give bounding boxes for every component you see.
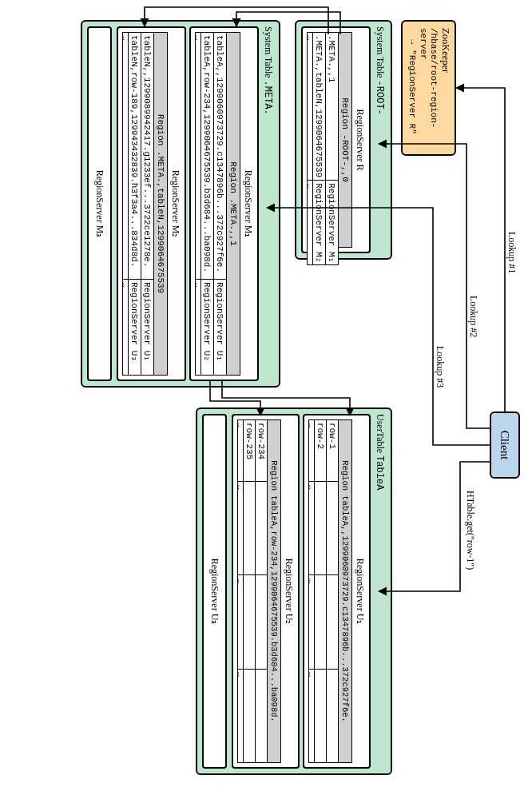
label-lookup1: Lookup #1 xyxy=(506,232,518,273)
cell: .META.,tableN,1299064675539 xyxy=(313,33,326,181)
user-rs2-name: RegionServer U₂ xyxy=(283,419,295,763)
cell: RegionServer U₁ xyxy=(214,279,227,375)
root-table: System Table -ROOT- RegionServer R Regio… xyxy=(295,20,392,260)
user-rs1-region: Region tableA,,1299060973729.c1347896b..… xyxy=(339,419,352,763)
user-rs3: RegionServer U₃ xyxy=(202,414,227,769)
cell: row-2 xyxy=(315,420,327,482)
cell xyxy=(327,482,339,575)
cell xyxy=(327,669,339,762)
label-lookup3: Lookup #3 xyxy=(434,346,446,388)
cell xyxy=(327,575,339,669)
cell: .META.,,1 xyxy=(326,33,339,181)
client-label: Client xyxy=(498,431,511,460)
user-rs1-rows: row-1 row-2 ………… xyxy=(308,419,339,763)
cell: row-234 xyxy=(256,420,268,482)
meta-rs3: RegionServer M₃ xyxy=(87,26,112,381)
user-rs1-name: RegionServer U₁ xyxy=(354,419,366,763)
cell: tableA,row-234,1299064675539.b3d684...ba… xyxy=(201,33,214,280)
meta-rs1-name: RegionServer M₁ xyxy=(242,32,254,376)
meta-rs2-name: RegionServer M₂ xyxy=(169,32,181,376)
cell: tableA,,1299060973729.c1347896b...372c92… xyxy=(214,33,227,280)
meta-rs2-rows: tableN,,1299089942417.g1233ef...3722ce12… xyxy=(122,32,154,376)
cell: row-235 xyxy=(244,420,256,482)
user-rs2: RegionServer U₂ Region tableA,row-234,12… xyxy=(232,414,300,769)
root-rows: .META.,,1RegionServer M₁ .META.,tableN,1… xyxy=(307,32,339,265)
cell xyxy=(256,575,268,669)
meta-rs1-region: Region .META.,,1 xyxy=(227,32,240,376)
root-regionserver: RegionServer R Region -ROOT-,,0 .META.,,… xyxy=(301,26,371,253)
user-rs1: RegionServer U₁ Region tableA,,129906097… xyxy=(303,414,371,769)
cell: row-1 xyxy=(327,420,339,482)
user-table: UserTable TableA RegionServer U₁ Region … xyxy=(196,407,392,775)
client-box: Client xyxy=(490,411,520,479)
diagram-stage: ZooKeeper /hbase/root-region-server → "R… xyxy=(0,0,532,799)
zookeeper-path: /hbase/root-region-server xyxy=(417,28,439,148)
cell: tableN,,1299089942417.g1233ef...3722ce12… xyxy=(141,33,154,280)
cell xyxy=(256,482,268,575)
meta-title: System Table .META. xyxy=(263,26,274,115)
root-rs-name: RegionServer R xyxy=(354,32,366,248)
cell: RegionServer U₃ xyxy=(129,279,141,375)
cell: RegionServer U₂ xyxy=(201,279,214,375)
cell: RegionServer M₁ xyxy=(326,181,339,265)
user-rs2-rows: row-234 row-235 ………… xyxy=(237,419,268,763)
user-title: UserTable TableA xyxy=(375,414,386,490)
user-rs2-region: Region tableA,row-234,1299064675539.b3d6… xyxy=(268,419,281,763)
meta-rs2: RegionServer M₂ Region .META.,tableN,129… xyxy=(117,26,186,381)
root-title: System Table -ROOT- xyxy=(375,26,386,115)
meta-rs1: RegionServer M₁ Region .META.,,1 tableA,… xyxy=(189,26,259,381)
meta-table: System Table .META. RegionServer M₁ Regi… xyxy=(81,20,280,388)
zookeeper-box: ZooKeeper /hbase/root-region-server → "R… xyxy=(401,20,456,156)
cell: RegionServer M₂ xyxy=(313,181,326,265)
label-get: HTable.get("row-1") xyxy=(464,491,476,570)
meta-rs1-rows: tableA,,1299060973729.c1347896b...372c92… xyxy=(195,32,227,376)
cell xyxy=(256,669,268,762)
zookeeper-title: ZooKeeper xyxy=(439,28,451,148)
meta-rs2-region: Region .META.,tableN,1299064675539 xyxy=(154,32,168,376)
zookeeper-resolves: → "RegionServer R" xyxy=(406,28,417,148)
label-lookup2: Lookup #2 xyxy=(467,296,479,337)
cell: RegionServer U₁ xyxy=(141,279,154,375)
root-region: Region -ROOT-,,0 xyxy=(339,32,352,248)
cell: tableN,row-189,129943432839.h3f3a4...834… xyxy=(129,33,141,280)
